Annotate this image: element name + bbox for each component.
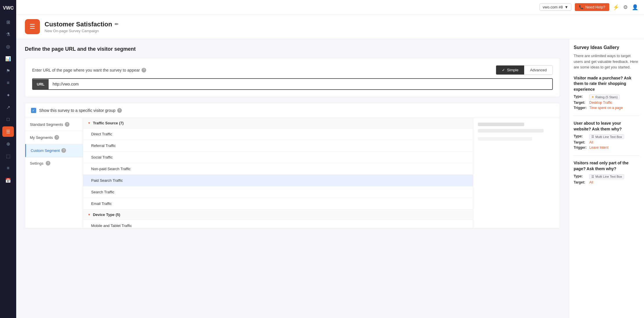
main-content: Define the page URL and the visitor segm… [16,39,569,318]
workspace-label: vwo.com #8 [543,5,563,9]
idea-meta-target-2: Target: All [574,140,639,144]
nav-menu-icon[interactable]: ≡ [2,78,14,88]
advanced-toggle-button[interactable]: Advanced [524,66,553,74]
visitor-segment-section: ✓ Show this survey to a specific visitor… [25,103,560,228]
nav-screen-icon[interactable]: ⬚ [2,151,14,161]
campaign-info: Customer Satisfaction ✏ New On-page Surv… [45,21,118,33]
segment-item-referral-traffic[interactable]: Referral Traffic [83,140,473,152]
segment-item-paid-traffic[interactable]: Paid Search Traffic [83,175,473,186]
page-header: ☰ Customer Satisfaction ✏ New On-page Su… [16,14,644,39]
divider-1 [574,116,639,116]
type-badge-3: ☰ Multi Line Text Box [589,174,624,179]
nav-flask-icon[interactable]: ⚗ [2,29,14,39]
device-type-category[interactable]: ▼ Device Type (5) [83,210,473,220]
url-badge: URL [33,79,49,89]
content-area: Define the page URL and the visitor segm… [16,39,644,318]
my-help-icon[interactable]: ? [54,135,59,140]
segment-body: Standard Segments ? My Segments ? Custom… [25,118,560,228]
nav-square-icon[interactable]: □ [2,114,14,125]
idea-meta-type-1: Type: ★ Rating (5 Stars) [574,95,639,99]
idea-meta-type-3: Type: ☰ Multi Line Text Box [574,174,639,179]
settings-footer: Settings ? [25,157,83,169]
panel-title: Survey Ideas Gallery [574,45,639,50]
segment-item-social-traffic[interactable]: Social Traffic [83,152,473,163]
triangle-down-device-icon: ▼ [88,213,91,216]
segment-header-label: Show this survey to a specific visitor g… [39,108,122,113]
segment-item-nonpaid-traffic[interactable]: Non-paid Search Traffic [83,163,473,175]
nav-target-icon[interactable]: ◎ [2,41,14,52]
target-link-1[interactable]: Desktop Traffic [589,101,612,105]
nav-list-icon[interactable]: ≡ [2,163,14,173]
idea-title-1: Visitor made a purchase? Ask them to rat… [574,75,639,92]
workspace-chevron-icon: ▼ [564,5,568,9]
section-title: Define the page URL and the visitor segm… [25,46,560,52]
segment-tabs: Standard Segments ? My Segments ? Custom… [25,118,83,228]
type-badge-2: ☰ Multi Line Text Box [589,134,624,139]
nav-chart-icon[interactable]: 📊 [2,53,14,64]
custom-help-icon[interactable]: ? [61,148,66,153]
trigger-link-1[interactable]: Time spent on a page [589,106,623,110]
url-input[interactable] [49,79,552,89]
triangle-down-icon: ▼ [88,121,91,125]
phone-icon: 📞 [579,5,584,9]
campaign-icon: ☰ [25,19,40,34]
nav-arrow-icon[interactable]: ↗ [2,102,14,112]
settings-icon[interactable]: ⚙ [623,4,628,10]
idea-meta-type-2: Type: ☰ Multi Line Text Box [574,134,639,139]
segment-item-direct-traffic[interactable]: Direct Traffic [83,128,473,140]
trigger-link-2[interactable]: Leave Intent [589,146,608,150]
nav-flag-icon[interactable]: ⚑ [2,66,14,76]
target-link-3[interactable]: All [589,180,593,184]
detail-bar-3 [478,137,532,141]
segment-help-icon[interactable]: ? [117,108,122,113]
idea-title-3: Visitors read only part of the page? Ask… [574,160,639,172]
standard-help-icon[interactable]: ? [65,122,69,127]
detail-bar-2 [478,129,544,132]
tab-standard-segments[interactable]: Standard Segments ? [25,118,83,131]
segment-item-mobile-tablet[interactable]: Mobile and Tablet Traffic [83,220,473,228]
divider-2 [574,155,639,156]
top-bar: vwo.com #8 ▼ 📞 Need Help? ⚡ ⚙ 👤 [16,0,644,14]
app-logo: VWO [2,3,14,12]
idea-card-2: User about to leave your website? Ask th… [574,121,639,150]
segment-list-scroll[interactable]: ▼ Traffic Source (7) Direct Traffic Refe… [83,118,473,228]
nav-calendar-icon[interactable]: 📅 [2,175,14,186]
activity-icon[interactable]: ⚡ [613,4,619,10]
check-icon: ✓ [502,68,505,72]
url-input-row: URL [32,78,553,90]
workspace-selector[interactable]: vwo.com #8 ▼ [540,3,571,11]
multiline-icon-2: ☰ [591,135,594,139]
edit-icon[interactable]: ✏ [115,21,118,27]
mode-toggle: ✓ Simple Advanced [496,65,553,75]
simple-toggle-button[interactable]: ✓ Simple [496,66,524,74]
star-icon: ★ [591,95,594,99]
right-panel: Survey Ideas Gallery There are unlimited… [569,39,644,318]
idea-meta-target-3: Target: All [574,180,639,184]
settings-help-icon[interactable]: ? [46,161,50,166]
url-help-icon[interactable]: ? [142,68,146,72]
url-section: Enter URL of the page where you want the… [25,58,560,97]
nav-survey-icon[interactable]: ☰ [2,126,14,137]
url-label: Enter URL of the page where you want the… [32,68,146,72]
segment-checkbox[interactable]: ✓ [31,108,36,113]
nav-spark-icon[interactable]: ✦ [2,90,14,100]
main-area: vwo.com #8 ▼ 📞 Need Help? ⚡ ⚙ 👤 ☰ Custom… [16,0,644,318]
tab-my-segments[interactable]: My Segments ? [25,131,83,144]
type-badge-1: ★ Rating (5 Stars) [589,95,620,99]
idea-title-2: User about to leave your website? Ask th… [574,121,639,132]
nav-home-icon[interactable]: ⊞ [2,17,14,27]
top-bar-icons: ⚡ ⚙ 👤 [613,4,638,10]
campaign-subtitle: New On-page Survey Campaign [45,29,118,33]
nav-globe-icon[interactable]: ⊕ [2,139,14,149]
tab-custom-segment[interactable]: Custom Segment ? [25,144,83,157]
idea-meta-trigger-1: Trigger: Time spent on a page [574,106,639,110]
segment-item-email-traffic[interactable]: Email Traffic [83,198,473,210]
segment-item-search-traffic[interactable]: Search Traffic [83,186,473,198]
user-avatar-icon[interactable]: 👤 [632,4,638,10]
detail-bar-1 [478,123,524,126]
segment-detail-panel [473,118,560,228]
traffic-source-category[interactable]: ▼ Traffic Source (7) [83,118,473,128]
target-link-2[interactable]: All [589,140,593,144]
need-help-button[interactable]: 📞 Need Help? [575,3,609,11]
idea-meta-trigger-2: Trigger: Leave Intent [574,146,639,150]
